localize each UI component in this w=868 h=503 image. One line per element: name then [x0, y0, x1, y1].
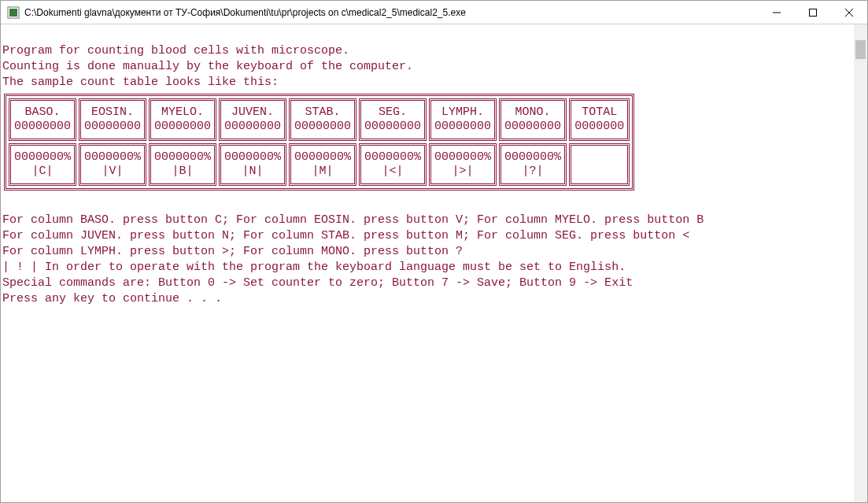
col-header: EOSIN. 00000000: [79, 98, 146, 141]
sample-count-table: BASO. 00000000 EOSIN. 00000000 MYELO. 00…: [4, 94, 634, 190]
col-header: BASO. 00000000: [9, 98, 76, 141]
col-pct: 0000000% |C|: [9, 143, 76, 186]
app-icon: [7, 6, 20, 19]
col-header: SEG. 00000000: [359, 98, 427, 141]
svg-rect-1: [9, 9, 17, 17]
help-line: Special commands are: Button 0 -> Set co…: [2, 276, 633, 290]
close-button[interactable]: [831, 1, 867, 24]
titlebar[interactable]: C:\Dokumenti glavna\документи от ТУ-Софи…: [1, 1, 867, 24]
console-help: For column BASO. press button C; For col…: [1, 194, 867, 309]
intro-line: Counting is done manually by the keyboar…: [2, 60, 413, 73]
minimize-button[interactable]: [759, 1, 795, 24]
client-area: Program for counting blood cells with mi…: [1, 24, 867, 502]
help-line: For column LYMPH. press button >; For co…: [2, 245, 463, 258]
help-line: Press any key to continue . . .: [2, 292, 222, 305]
col-header: LYMPH. 00000000: [429, 98, 497, 141]
help-line: | ! | In order to operate with the progr…: [2, 261, 626, 274]
maximize-button[interactable]: [795, 1, 831, 24]
table-row-header: BASO. 00000000 EOSIN. 00000000 MYELO. 00…: [9, 98, 630, 141]
col-pct: 0000000% |<|: [359, 143, 427, 186]
scroll-thumb[interactable]: [855, 40, 866, 59]
window-title: C:\Dokumenti glavna\документи от ТУ-Софи…: [24, 7, 759, 18]
window-controls: [759, 1, 867, 24]
intro-line: The sample count table looks like this:: [2, 76, 279, 89]
col-pct: 0000000% |B|: [149, 143, 216, 186]
help-line: For column JUVEN. press button N; For co…: [2, 229, 689, 242]
col-pct: 0000000% |N|: [219, 143, 286, 186]
table-row-pct: 0000000% |C| 0000000% |V| 0000000% |B| 0…: [9, 143, 630, 186]
col-total-header: TOTAL 0000000: [569, 98, 630, 141]
console-output: Program for counting blood cells with mi…: [1, 24, 867, 92]
console-window: C:\Dokumenti glavna\документи от ТУ-Софи…: [0, 0, 868, 503]
col-total-empty: [569, 143, 630, 186]
col-header: MYELO. 00000000: [149, 98, 216, 141]
col-header: STAB. 00000000: [289, 98, 356, 141]
col-pct: 0000000% |M|: [289, 143, 356, 186]
col-pct: 0000000% |>|: [429, 143, 497, 186]
svg-rect-3: [810, 9, 817, 16]
col-pct: 0000000% |V|: [79, 143, 146, 186]
help-line: For column BASO. press button C; For col…: [2, 213, 704, 227]
col-header: JUVEN. 00000000: [219, 98, 286, 141]
intro-line: Program for counting blood cells with mi…: [2, 44, 349, 57]
col-header: MONO. 00000000: [499, 98, 567, 141]
col-pct: 0000000% |?|: [499, 143, 567, 186]
vertical-scrollbar[interactable]: [854, 24, 867, 502]
